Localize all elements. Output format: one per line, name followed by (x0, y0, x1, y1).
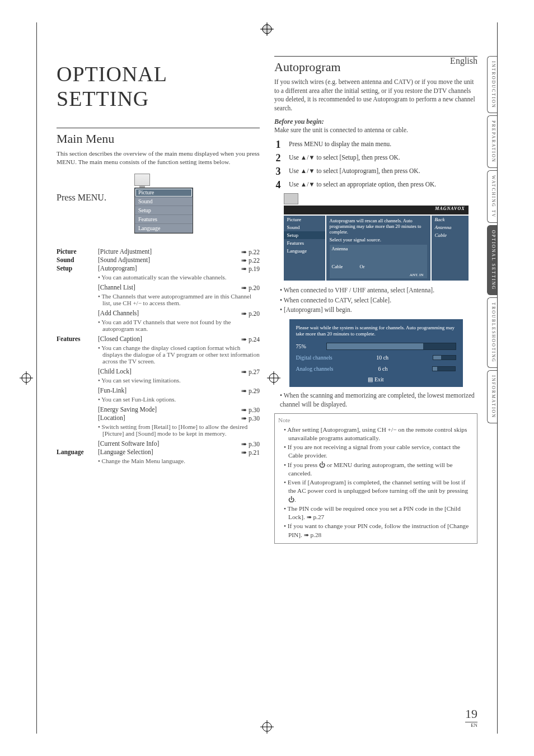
menu-category: Sound (57, 256, 98, 263)
menu-row: Features[Closed Caption]➠ p.24 (57, 335, 260, 343)
note-item: If you want to change your PIN code, fol… (284, 522, 474, 539)
menu-row: [Location]➠ p.30 (57, 414, 260, 422)
page-title: OPTIONAL SETTING (57, 62, 260, 111)
osd-mid-panel: Autoprogram will rescan all channels. Au… (326, 216, 430, 281)
language-label: English (450, 56, 477, 66)
menu-row: [Current Software Info]➠ p.30 (57, 440, 260, 448)
progress-percent-label: 75% (296, 343, 322, 349)
step-text: Use ▲/▼ to select [Setup], then press OK… (289, 153, 477, 163)
digital-channels-bar (433, 355, 456, 360)
menu-row: [Energy Saving Mode]➠ p.30 (57, 406, 260, 414)
page-ref-arrow-icon: ➠ (241, 406, 246, 414)
menu-item-desc: • You can add TV channels that were not … (98, 319, 260, 332)
osd-right-item: Antenna (432, 223, 469, 231)
menu-page-ref: ➠ p.30 (231, 414, 260, 422)
step-number: 4 (274, 180, 282, 190)
menu-row: Setup[Autoprogram]➠ p.19 (57, 265, 260, 273)
menu-page-ref: ➠ p.20 (231, 284, 260, 292)
note-box: Note After setting [Autoprogram], using … (274, 413, 477, 544)
step: 4Use ▲/▼ to select an appropriate option… (274, 180, 477, 190)
analog-channels-value: 6 ch (378, 366, 387, 372)
osd-item: Setup (135, 206, 193, 215)
osd-mock-1: PictureSoundSetupFeaturesLanguage (134, 174, 193, 234)
side-tab[interactable]: OPTIONAL SETTING (487, 225, 497, 295)
menu-item-label: [Current Software Info] (98, 440, 231, 447)
menu-item-desc: • The Channels that were autoprogrammed … (98, 293, 260, 306)
side-tab[interactable]: PREPARATION (487, 115, 497, 168)
menu-item-label: [Fun-Link] (98, 387, 231, 394)
section-rule-2 (274, 56, 477, 57)
page-ref-arrow-icon: ➠ (241, 310, 246, 318)
section-rule (57, 128, 260, 128)
note-item: Even if [Autoprogram] is completed, the … (284, 478, 474, 504)
menu-item-desc: • Change the Main Menu language. (98, 458, 260, 464)
closing-bullet: • When the scanning and memorizing are c… (280, 391, 477, 409)
menu-page-ref: ➠ p.30 (231, 440, 260, 448)
menu-item-desc: • You can set Fun-Link options. (98, 396, 260, 403)
before-you-begin-label: Before you begin: (274, 117, 477, 126)
menu-item-label: [Channel List] (98, 284, 231, 291)
progress-message: Please wait while the system is scanning… (296, 325, 456, 338)
menu-page-ref: ➠ p.19 (231, 265, 260, 273)
step-text: Press MENU to display the main menu. (289, 139, 477, 150)
bullet-item: When connected to CATV, select [Cable]. (280, 296, 477, 305)
menu-row: Picture[Picture Adjustment]➠ p.22 (57, 248, 260, 256)
menu-item-desc: • You can automatically scan the viewabl… (98, 274, 260, 281)
signal-diagram: Antenna Cable Or ANT. IN (330, 245, 427, 278)
analog-channels-label: Analog channels (296, 366, 334, 372)
diagram-label-antenna: Antenna (332, 246, 348, 251)
page-ref-arrow-icon: ➠ (241, 284, 246, 292)
page-ref-arrow-icon: ➠ (241, 248, 246, 256)
step-text: Use ▲/▼ to select [Autoprogram], then pr… (289, 166, 477, 176)
osd-left-item: Sound (284, 223, 325, 231)
autoprogram-steps: 1Press MENU to display the main menu.2Us… (274, 139, 477, 190)
page-ref-arrow-icon: ➠ (241, 387, 246, 395)
osd-left-item: Picture (284, 216, 325, 223)
menu-table: Picture[Picture Adjustment]➠ p.22Sound[S… (57, 248, 260, 464)
menu-icon: ▤ (368, 376, 373, 382)
menu-row: [Fun-Link]➠ p.29 (57, 387, 260, 395)
menu-page-ref: ➠ p.21 (231, 449, 260, 456)
menu-row: Sound[Sound Adjustment]➠ p.22 (57, 256, 260, 264)
menu-row: [Add Channels]➠ p.20 (57, 310, 260, 318)
main-menu-intro: This section describes the overview of t… (57, 150, 260, 167)
menu-item-label: [Sound Adjustment] (98, 256, 231, 263)
step-number: 2 (274, 153, 282, 163)
osd-message: Autoprogram will rescan all channels. Au… (330, 218, 427, 235)
menu-item-label: [Add Channels] (98, 310, 231, 316)
page-ref-arrow-icon: ➠ (241, 368, 246, 376)
digital-channels-label: Digital channels (296, 354, 332, 361)
menu-item-label: [Location] (98, 414, 231, 421)
progress-panel: Please wait while the system is scanning… (289, 319, 463, 388)
menu-row: [Child Lock]➠ p.27 (57, 368, 260, 376)
autoprogram-heading: Autoprogram (274, 60, 477, 74)
side-tab[interactable]: TROUBLESHOOTING (487, 297, 497, 368)
menu-category: Language (57, 449, 98, 455)
side-tab[interactable]: WATCHING TV (487, 170, 497, 223)
side-tab[interactable]: INFORMATION (487, 370, 497, 423)
left-column: OPTIONAL SETTING Main Menu This section … (57, 56, 260, 544)
menu-item-desc: • Switch setting from [Retail] to [Home]… (98, 423, 260, 437)
page-ref-arrow-icon: ➠ (241, 414, 246, 422)
step: 3Use ▲/▼ to select [Autoprogram], then p… (274, 166, 477, 176)
osd-right-item: Back (432, 216, 469, 223)
registration-mark-left (20, 371, 33, 385)
osd-title-bar: MAGNAVOX (284, 206, 469, 214)
menu-item-label: [Child Lock] (98, 368, 231, 375)
step: 2Use ▲/▼ to select [Setup], then press O… (274, 153, 477, 163)
menu-page-ref: ➠ p.22 (231, 248, 260, 256)
menu-category: Setup (57, 265, 98, 272)
before-you-begin-text: Make sure the unit is connected to anten… (274, 126, 477, 135)
diagram-label-cable: Cable (332, 264, 343, 269)
page-ref-arrow-icon: ➠ (241, 449, 246, 456)
side-tabs: INTRODUCTIONPREPARATIONWATCHING TVOPTION… (487, 56, 497, 423)
note-item: If you press ⏻ or MENU during autoprogra… (284, 461, 474, 478)
progress-bar (326, 343, 456, 350)
side-tab[interactable]: INTRODUCTION (487, 56, 497, 113)
menu-page-ref: ➠ p.24 (231, 335, 260, 343)
page-number: 19 EN (465, 707, 477, 728)
page-ref-arrow-icon: ➠ (241, 256, 246, 264)
osd-mock-2: MAGNAVOX PictureSoundSetupFeaturesLangua… (284, 193, 469, 281)
press-menu-text: Press MENU. (57, 174, 106, 203)
menu-page-ref: ➠ p.22 (231, 256, 260, 264)
